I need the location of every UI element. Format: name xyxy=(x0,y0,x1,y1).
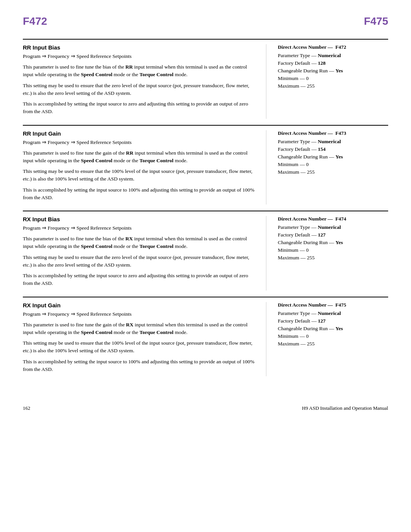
section-body-s1: This parameter is used to fine tune the … xyxy=(23,63,255,116)
sections-container: RR Input BiasProgram ⇒ Frequency ⇒ Speed… xyxy=(23,39,388,382)
page-header: F472 F475 xyxy=(23,15,388,27)
right-info-item: Factory Default — 154 xyxy=(278,146,388,152)
right-info-item: Maximum — 255 xyxy=(278,341,388,347)
paragraph: This is accomplished by setting the inpu… xyxy=(23,272,255,288)
direct-access-label-s2: Direct Access Number — F473 xyxy=(278,130,388,136)
right-info-item: Minimum — 0 xyxy=(278,75,388,81)
right-info-item: Parameter Type — Numerical xyxy=(278,139,388,145)
header-left: F472 xyxy=(23,15,47,27)
paragraph: This parameter is used to fine tune the … xyxy=(23,63,255,79)
section-right-s4: Direct Access Number — F475Parameter Typ… xyxy=(266,302,388,377)
section-title-s4: RX Input Gain xyxy=(23,302,255,308)
header-right: F475 xyxy=(364,15,388,27)
right-info-item: Minimum — 0 xyxy=(278,161,388,168)
section-right-s1: Direct Access Number — F472Parameter Typ… xyxy=(266,44,388,119)
right-info-item: Maximum — 255 xyxy=(278,83,388,89)
direct-access-label-s1: Direct Access Number — F472 xyxy=(278,44,388,50)
section-subtitle-s3: Program ⇒ Frequency ⇒ Speed Reference Se… xyxy=(23,225,255,231)
right-info-item: Maximum — 255 xyxy=(278,255,388,261)
section-body-s4: This parameter is used to fine tune the … xyxy=(23,321,255,374)
section-left-s1: RR Input BiasProgram ⇒ Frequency ⇒ Speed… xyxy=(23,44,266,119)
section-left-s4: RX Input GainProgram ⇒ Frequency ⇒ Speed… xyxy=(23,302,266,377)
paragraph: This is accomplished by setting the inpu… xyxy=(23,358,255,374)
paragraph: This setting may be used to ensure that … xyxy=(23,168,255,183)
footer-manual-title: H9 ASD Installation and Operation Manual xyxy=(302,405,388,411)
section-title-s3: RX Input Bias xyxy=(23,216,255,222)
section-subtitle-s2: Program ⇒ Frequency ⇒ Speed Reference Se… xyxy=(23,139,255,145)
right-info-item: Changeable During Run — Yes xyxy=(278,240,388,246)
section-body-s3: This parameter is used to fine tune the … xyxy=(23,235,255,288)
section-left-s3: RX Input BiasProgram ⇒ Frequency ⇒ Speed… xyxy=(23,216,266,291)
paragraph: This is accomplished by setting the inpu… xyxy=(23,100,255,116)
paragraph: This setting may be used to ensure that … xyxy=(23,254,255,269)
right-info-item: Changeable During Run — Yes xyxy=(278,326,388,332)
right-info-item: Factory Default — 127 xyxy=(278,232,388,238)
footer-page-number: 162 xyxy=(23,405,30,411)
section-body-s2: This parameter is used to fine tune the … xyxy=(23,149,255,202)
section-s1: RR Input BiasProgram ⇒ Frequency ⇒ Speed… xyxy=(23,39,388,119)
paragraph: This parameter is used to fine tune the … xyxy=(23,235,255,251)
paragraph: This parameter is used to fine tune the … xyxy=(23,149,255,165)
right-info-item: Changeable During Run — Yes xyxy=(278,68,388,74)
direct-access-label-s4: Direct Access Number — F475 xyxy=(278,302,388,308)
right-info-item: Minimum — 0 xyxy=(278,333,388,339)
right-info-item: Factory Default — 128 xyxy=(278,60,388,66)
paragraph: This is accomplished by setting the inpu… xyxy=(23,186,255,202)
section-subtitle-s4: Program ⇒ Frequency ⇒ Speed Reference Se… xyxy=(23,311,255,317)
section-subtitle-s1: Program ⇒ Frequency ⇒ Speed Reference Se… xyxy=(23,53,255,59)
paragraph: This setting may be used to ensure that … xyxy=(23,339,255,355)
right-info-item: Maximum — 255 xyxy=(278,169,388,175)
section-s3: RX Input BiasProgram ⇒ Frequency ⇒ Speed… xyxy=(23,211,388,291)
right-info-item: Parameter Type — Numerical xyxy=(278,310,388,316)
section-right-s3: Direct Access Number — F474Parameter Typ… xyxy=(266,216,388,291)
section-s4: RX Input GainProgram ⇒ Frequency ⇒ Speed… xyxy=(23,297,388,377)
section-right-s2: Direct Access Number — F473Parameter Typ… xyxy=(266,130,388,205)
paragraph: This setting may be used to ensure that … xyxy=(23,82,255,97)
section-left-s2: RR Input GainProgram ⇒ Frequency ⇒ Speed… xyxy=(23,130,266,205)
paragraph: This parameter is used to fine tune the … xyxy=(23,321,255,337)
page-footer: 162 H9 ASD Installation and Operation Ma… xyxy=(23,405,388,411)
right-info-item: Parameter Type — Numerical xyxy=(278,224,388,230)
section-title-s1: RR Input Bias xyxy=(23,44,255,51)
section-title-s2: RR Input Gain xyxy=(23,130,255,137)
right-info-item: Minimum — 0 xyxy=(278,247,388,253)
right-info-item: Changeable During Run — Yes xyxy=(278,154,388,160)
section-s2: RR Input GainProgram ⇒ Frequency ⇒ Speed… xyxy=(23,125,388,205)
right-info-item: Factory Default — 127 xyxy=(278,318,388,324)
direct-access-label-s3: Direct Access Number — F474 xyxy=(278,216,388,222)
right-info-item: Parameter Type — Numerical xyxy=(278,53,388,59)
